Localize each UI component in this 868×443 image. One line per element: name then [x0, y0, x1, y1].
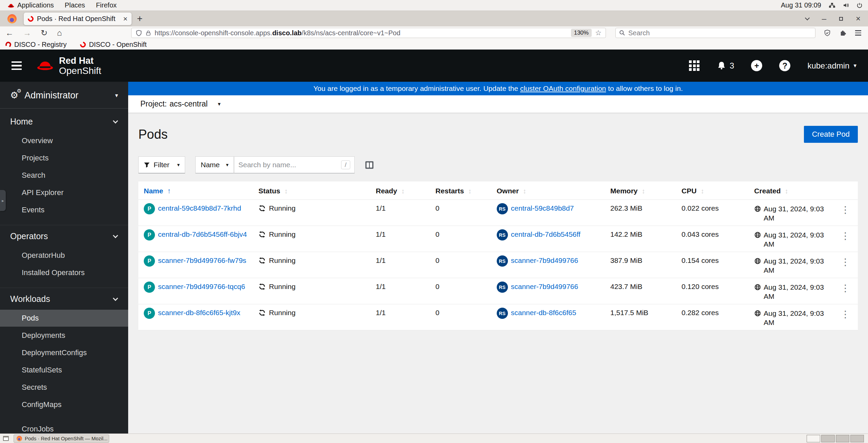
clock[interactable]: Aug 31 09:09: [781, 1, 821, 9]
filter-funnel-icon: [144, 162, 150, 168]
project-selector[interactable]: Project: acs-central ▾: [128, 95, 868, 113]
column-header-status[interactable]: Status↕: [258, 181, 376, 200]
search-type-dropdown[interactable]: Name ▾: [195, 156, 234, 173]
memory-cell: 142.2 MiB: [610, 226, 682, 252]
sidebar-item-operatorhub[interactable]: OperatorHub: [0, 247, 128, 264]
sidebar-item-overview[interactable]: Overview: [0, 132, 128, 149]
ready-cell: 1/1: [376, 226, 435, 252]
user-menu[interactable]: kube:admin ▾: [807, 61, 856, 71]
sidebar-item-statefulsets[interactable]: StatefulSets: [0, 362, 128, 379]
owner-link[interactable]: central-db-7d6b5456ff: [511, 230, 580, 238]
drawer-handle[interactable]: ▸: [0, 190, 6, 211]
window-minimize-button[interactable]: –: [822, 17, 826, 20]
row-kebab-menu[interactable]: ⋮: [836, 200, 858, 226]
row-kebab-menu[interactable]: ⋮: [836, 278, 858, 304]
firefox-menu[interactable]: Firefox: [92, 0, 121, 11]
column-header-cpu[interactable]: CPU↕: [682, 181, 754, 200]
new-tab-button[interactable]: +: [137, 11, 142, 26]
sidebar-item-events[interactable]: Events: [0, 201, 128, 218]
workspace-4[interactable]: [850, 435, 864, 442]
bookmark-disco-openshift[interactable]: DISCO - OpenShift: [80, 41, 146, 49]
browser-search-input[interactable]: [628, 29, 812, 37]
back-button[interactable]: ←: [5, 28, 14, 38]
reload-button[interactable]: ↻: [41, 28, 47, 38]
firefox-icon[interactable]: [7, 14, 17, 23]
pod-link[interactable]: scanner-7b9d499766-tqcq6: [158, 283, 245, 291]
owner-link[interactable]: scanner-7b9d499766: [511, 283, 578, 291]
app-launcher-icon[interactable]: [689, 60, 699, 71]
url-bar[interactable]: https://console-openshift-console.apps.d…: [131, 28, 606, 38]
browser-search-bar[interactable]: [615, 28, 815, 38]
filter-dropdown[interactable]: Filter ▾: [138, 156, 185, 173]
show-desktop-button[interactable]: [3, 435, 9, 442]
column-header-name[interactable]: Name↑: [144, 187, 171, 195]
nav-group-workloads-header[interactable]: Workloads: [0, 288, 128, 309]
list-tabs-icon[interactable]: [805, 16, 810, 20]
masthead: Red Hat OpenShift 3 + ? kube:admin ▾: [0, 50, 868, 82]
zoom-level-badge[interactable]: 130%: [571, 29, 592, 37]
places-menu[interactable]: Places: [61, 0, 89, 11]
pod-link[interactable]: scanner-db-8f6c6f65-kjt9x: [158, 309, 240, 317]
quick-create-button[interactable]: +: [751, 60, 762, 71]
extensions-puzzle-icon[interactable]: [840, 30, 846, 36]
gears-icon: ⚙⚙: [10, 90, 18, 101]
owner-link[interactable]: central-59c849b8d7: [511, 204, 574, 212]
bookmark-disco-registry[interactable]: DISCO - Registry: [5, 41, 66, 49]
sidebar-item-search[interactable]: Search: [0, 167, 128, 184]
column-header-restarts[interactable]: Restarts↕: [435, 181, 496, 200]
sidebar-item-configmaps[interactable]: ConfigMaps: [0, 396, 128, 413]
workspace-1[interactable]: [807, 435, 820, 442]
applications-menu[interactable]: Applications: [3, 0, 58, 11]
row-kebab-menu[interactable]: ⋮: [836, 304, 858, 330]
sidebar-item-api-explorer[interactable]: API Explorer: [0, 184, 128, 201]
notifications-button[interactable]: 3: [716, 61, 734, 71]
power-icon[interactable]: [856, 2, 863, 8]
nav-group-operators-header[interactable]: Operators: [0, 225, 128, 247]
name-filter-input[interactable]: [238, 161, 341, 169]
perspective-switcher[interactable]: ⚙⚙ Administrator ▾: [0, 82, 128, 109]
row-kebab-menu[interactable]: ⋮: [836, 226, 858, 252]
column-header-ready[interactable]: Ready↕: [376, 181, 435, 200]
owner-link[interactable]: scanner-db-8f6c6f65: [511, 309, 576, 317]
sidebar-item-cronjobs[interactable]: CronJobs: [0, 421, 128, 434]
shield-check-icon[interactable]: [824, 30, 831, 36]
help-button[interactable]: ?: [779, 60, 790, 71]
window-maximize-button[interactable]: [839, 17, 843, 21]
tab-close-icon[interactable]: ×: [123, 15, 127, 23]
bookmark-star-icon[interactable]: ☆: [595, 29, 601, 37]
sidebar-item-deployments[interactable]: Deployments: [0, 327, 128, 344]
nav-group-home-header[interactable]: Home: [0, 111, 128, 132]
network-icon[interactable]: [829, 2, 835, 8]
window-close-button[interactable]: ×: [856, 14, 861, 23]
row-kebab-menu[interactable]: ⋮: [836, 252, 858, 278]
create-pod-button[interactable]: Create Pod: [804, 126, 858, 143]
column-header-memory[interactable]: Memory↕: [610, 181, 682, 200]
volume-icon[interactable]: [843, 2, 849, 8]
column-header-created[interactable]: Created↕: [754, 181, 836, 200]
sidebar-toggle-icon[interactable]: [12, 61, 22, 70]
sidebar-item-deploymentconfigs[interactable]: DeploymentConfigs: [0, 344, 128, 361]
app-menu-icon[interactable]: [855, 30, 861, 35]
pod-link[interactable]: scanner-7b9d499766-fw79s: [158, 256, 246, 265]
tracking-shield-icon[interactable]: [136, 30, 142, 36]
sidebar-item-secrets[interactable]: Secrets: [0, 379, 128, 396]
home-button[interactable]: ⌂: [57, 28, 62, 38]
pod-link[interactable]: central-59c849b8d7-7krhd: [158, 204, 241, 212]
oauth-config-link[interactable]: cluster OAuth configuration: [520, 84, 606, 92]
slash-shortcut-badge: /: [341, 160, 350, 169]
sidebar-item-pods[interactable]: Pods: [0, 310, 128, 327]
name-filter-field[interactable]: /: [234, 156, 355, 173]
manage-columns-button[interactable]: [365, 160, 374, 170]
sidebar-item-installed-operators[interactable]: Installed Operators: [0, 264, 128, 281]
owner-link[interactable]: scanner-7b9d499766: [511, 256, 578, 265]
lock-icon[interactable]: [145, 30, 151, 36]
taskbar-window-button[interactable]: Pods · Red Hat OpenShift — Mozil...: [14, 435, 109, 443]
pod-link[interactable]: central-db-7d6b5456ff-6bjv4: [158, 230, 247, 238]
workspace-3[interactable]: [836, 435, 849, 442]
sidebar-item-projects[interactable]: Projects: [0, 150, 128, 167]
column-header-owner[interactable]: Owner↕: [497, 181, 610, 200]
workspace-2[interactable]: [821, 435, 835, 442]
browser-tab[interactable]: Pods · Red Hat OpenShift ×: [24, 13, 132, 25]
running-sync-icon: [258, 231, 266, 238]
forward-button[interactable]: →: [23, 28, 31, 38]
